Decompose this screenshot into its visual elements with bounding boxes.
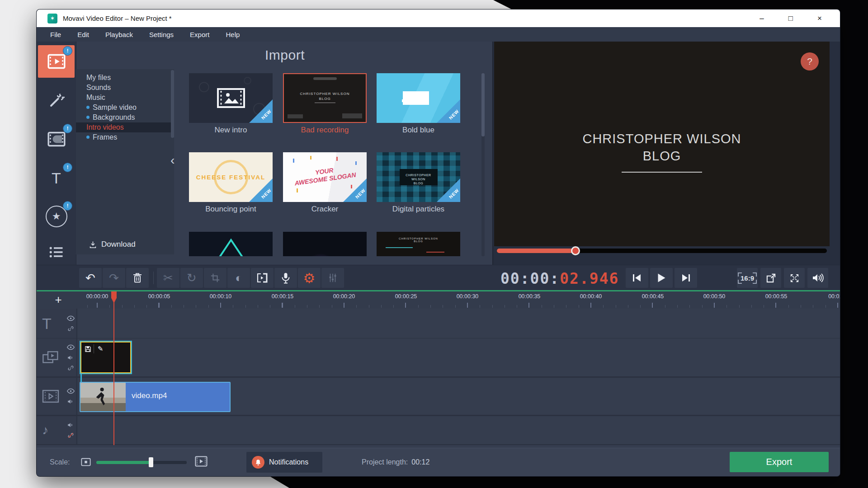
link-toggle[interactable]: [67, 364, 75, 372]
mute-toggle[interactable]: [67, 421, 75, 429]
decor-rect: [403, 91, 429, 105]
category-scrollbar[interactable]: [171, 70, 174, 138]
sidebar-item-filters[interactable]: [38, 84, 75, 117]
next-frame-button[interactable]: [675, 268, 697, 288]
mute-toggle[interactable]: [67, 398, 75, 405]
thumbnail-partial-glitch[interactable]: CHRISTOPHER WILSON BLOG: [377, 232, 460, 256]
crop-button[interactable]: [204, 268, 226, 288]
sidebar-item-import[interactable]: !: [38, 45, 75, 78]
category-sample-video[interactable]: Sample video: [76, 103, 174, 113]
category-intro-videos[interactable]: Intro videos: [76, 122, 174, 132]
thumbnail-bad-recording-selected[interactable]: CHRISTOPHER WILSON BLOG: [283, 73, 367, 123]
save-clip-icon[interactable]: [83, 344, 93, 354]
track-overlay[interactable]: [37, 338, 840, 376]
help-button[interactable]: ?: [801, 52, 819, 70]
list-icon: [48, 245, 65, 259]
zoom-out-film-icon[interactable]: [81, 458, 91, 466]
color-adjust-button[interactable]: ◐: [227, 268, 250, 288]
menu-export[interactable]: Export: [190, 31, 209, 38]
split-button[interactable]: ✂: [157, 268, 179, 288]
menu-help[interactable]: Help: [226, 31, 240, 38]
template-new-intro[interactable]: NEW New intro: [189, 73, 273, 135]
seek-bar[interactable]: [497, 249, 827, 253]
notifications-button[interactable]: Notifications: [246, 452, 322, 473]
download-button[interactable]: Download: [89, 240, 136, 249]
menu-playback[interactable]: Playback: [105, 31, 133, 38]
thumbnail-new-intro[interactable]: NEW: [189, 73, 273, 123]
detach-preview-button[interactable]: [760, 268, 781, 288]
zoom-in-film-icon[interactable]: [195, 456, 208, 467]
template-partial-2[interactable]: [283, 232, 367, 256]
template-digital-particles[interactable]: CHRISTOPHER WILSON BLOG NEW Digital part…: [377, 152, 460, 214]
transition-button[interactable]: [251, 268, 274, 288]
eye-toggle[interactable]: [67, 314, 75, 322]
sidebar: ! ! T ! ★ !: [37, 42, 76, 265]
category-backgrounds[interactable]: Backgrounds: [76, 113, 174, 122]
sidebar-item-stickers[interactable]: ★ !: [38, 200, 75, 233]
thumbnail-partial-triangle[interactable]: [189, 232, 273, 256]
window-controls: – □ ×: [755, 14, 826, 23]
category-frames[interactable]: Frames: [76, 132, 174, 142]
headline-underline: [622, 172, 702, 173]
eye-toggle[interactable]: [67, 343, 75, 351]
caption-line2: BLOG: [319, 97, 330, 101]
seek-handle[interactable]: [571, 246, 580, 255]
track-audio[interactable]: ♪: [37, 416, 840, 444]
link-toggle[interactable]: [67, 325, 75, 333]
ruler-label: 00:00:10: [206, 293, 235, 300]
playhead-line[interactable]: [113, 291, 114, 445]
minimize-button[interactable]: –: [755, 14, 769, 23]
sidebar-item-titles[interactable]: T !: [38, 162, 75, 194]
thumbnail-bold-blue[interactable]: NEW: [377, 73, 460, 123]
rotate-button[interactable]: ↻: [180, 268, 203, 288]
template-bouncing-point[interactable]: CHEESE FESTIVAL NEW Bouncing point: [189, 152, 273, 214]
play-button[interactable]: [650, 268, 673, 288]
fullscreen-button[interactable]: [784, 268, 805, 288]
star-glyph: ★: [52, 211, 61, 222]
eye-toggle[interactable]: [67, 387, 75, 395]
template-bold-blue[interactable]: NEW Bold blue: [377, 73, 460, 135]
delete-button[interactable]: [126, 268, 149, 288]
category-my-files[interactable]: My files: [76, 73, 174, 83]
intro-clip-selected[interactable]: ✎: [80, 342, 131, 373]
undo-button[interactable]: ↶: [79, 268, 102, 288]
category-sounds[interactable]: Sounds: [76, 83, 174, 93]
sidebar-item-more-tools[interactable]: [38, 239, 75, 265]
clip-properties-button[interactable]: ⚙: [298, 268, 321, 288]
collapse-panel-chevron[interactable]: ‹: [170, 154, 175, 167]
template-cracker[interactable]: YOUR AWESOME SLOGAN NEW Cracker: [283, 152, 367, 214]
maximize-button[interactable]: □: [784, 14, 797, 23]
menu-edit[interactable]: Edit: [77, 31, 89, 38]
download-label: Download: [101, 240, 136, 249]
redo-button[interactable]: ↷: [103, 268, 125, 288]
menu-file[interactable]: File: [50, 31, 61, 38]
thumbnail-partial-circles[interactable]: [283, 232, 367, 256]
add-track-button[interactable]: +: [49, 293, 67, 307]
edit-clip-icon[interactable]: ✎: [95, 344, 105, 354]
close-button[interactable]: ×: [813, 14, 826, 23]
timeline-zoom-slider[interactable]: [96, 461, 187, 464]
category-music[interactable]: Music: [76, 93, 174, 103]
video-clip[interactable]: video.mp4: [80, 382, 231, 412]
timeline-ruler[interactable]: + 00:00:00 00:00:05 00:00:10 00:00:15 00…: [37, 291, 840, 309]
thumbnail-cracker[interactable]: YOUR AWESOME SLOGAN NEW: [283, 152, 367, 202]
template-partial-3[interactable]: CHRISTOPHER WILSON BLOG: [377, 232, 460, 256]
menu-settings[interactable]: Settings: [149, 31, 174, 38]
template-bad-recording[interactable]: CHRISTOPHER WILSON BLOG Bad recording: [283, 73, 367, 135]
thumbnail-digital-particles[interactable]: CHRISTOPHER WILSON BLOG NEW: [377, 152, 460, 202]
crop-icon: [210, 273, 220, 283]
record-voiceover-button[interactable]: [274, 268, 297, 288]
unlink-toggle[interactable]: [67, 432, 75, 439]
export-button[interactable]: Export: [730, 452, 829, 472]
template-partial-1[interactable]: [189, 232, 273, 256]
grid-scrollbar[interactable]: [481, 73, 485, 136]
thumbnail-bouncing-point[interactable]: CHEESE FESTIVAL NEW: [189, 152, 273, 202]
aspect-ratio-button[interactable]: 16:9: [737, 268, 758, 288]
mute-toggle[interactable]: [67, 354, 75, 361]
slider-handle[interactable]: [149, 457, 153, 467]
previous-frame-button[interactable]: [626, 268, 648, 288]
audio-levels-button[interactable]: [321, 268, 344, 288]
sidebar-item-transitions[interactable]: !: [38, 123, 75, 155]
volume-button[interactable]: [807, 268, 828, 288]
track-titles[interactable]: T: [37, 309, 840, 338]
